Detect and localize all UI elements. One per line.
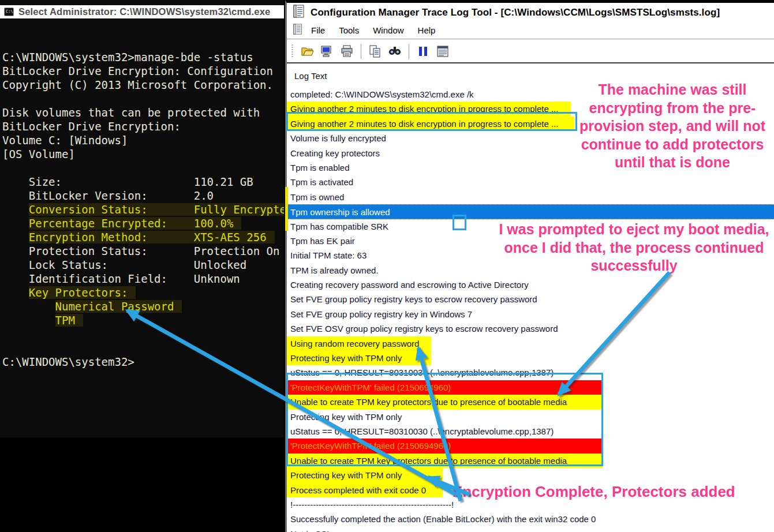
cmd-line (2, 161, 284, 175)
cmd-line: BitLocker Drive Encryption: Configuratio… (2, 64, 284, 78)
cmd-window: C:\ Select Administrator: C:\WINDOWS\sys… (0, 0, 284, 437)
log-row[interactable]: Tpm is owned (287, 190, 774, 204)
cmd-line: Conversion Status: Fully Encrypted (2, 203, 284, 216)
cmd-line: Percentage Encrypted: 100.0% (2, 216, 284, 230)
cmd-line: TPM (2, 313, 284, 327)
cmd-icon: C:\ (4, 8, 14, 16)
cmd-line: Lock Status: Unlocked (2, 258, 284, 272)
log-row[interactable]: Protecting key with TPM only (287, 468, 774, 482)
cmtrace-window-title: Configuration Manager Trace Log Tool - [… (311, 7, 720, 18)
cmtrace-titlebar[interactable]: Configuration Manager Trace Log Tool - [… (287, 3, 774, 22)
pause-icon[interactable] (416, 44, 430, 58)
cmd-line: Numerical Password (2, 299, 284, 313)
menu-file[interactable]: File (311, 25, 325, 35)
document-icon (293, 24, 303, 38)
menu-tools[interactable]: Tools (339, 25, 359, 35)
cmd-line: C:\WINDOWS\system32> (2, 355, 284, 369)
log-row[interactable]: uStatus == 0, HRESULT=80310030 (..\encry… (287, 424, 774, 439)
log-row[interactable]: Set FVE OSV group policy registry keys t… (287, 321, 774, 336)
note-eject-media: I was prompted to eject my boot media, o… (494, 220, 774, 275)
find-icon[interactable] (388, 44, 402, 58)
cmd-line: Key Protectors: (2, 286, 284, 299)
cmd-line (2, 36, 284, 50)
toolbar-separator (409, 44, 409, 59)
cmd-line: Protection Status: Protection On (2, 244, 284, 258)
log-layout-icon[interactable] (436, 44, 450, 58)
copy-icon[interactable] (368, 44, 382, 58)
log-row[interactable]: Tpm is activated (287, 175, 774, 189)
cmd-line: Encryption Method: XTS-AES 256 (2, 230, 284, 244)
cmd-line (2, 327, 284, 341)
cmd-line (2, 92, 284, 106)
cmd-line: C:\WINDOWS\system32>manage-bde -status (2, 50, 284, 64)
log-row[interactable]: Set FVE group policy registry keys to es… (287, 292, 774, 306)
cmd-line: Disk volumes that can be protected with (2, 106, 284, 119)
open-file-icon[interactable] (301, 44, 315, 58)
log-row[interactable]: Creating recovery password and escrowing… (287, 278, 774, 292)
toolbar-drag-handle[interactable] (291, 44, 293, 58)
cmd-terminal-output[interactable]: C:\WINDOWS\system32>manage-bde -statusBi… (0, 18, 284, 437)
log-row[interactable]: 'ProtectKeyWithTPM' failed (2150694960) (287, 439, 774, 453)
log-row[interactable]: Successfully completed the action (Enabl… (287, 512, 774, 526)
cmd-line: Copyright (C) 2013 Microsoft Corporation… (2, 78, 284, 92)
log-row[interactable]: Unable to create TPM key protectors due … (287, 395, 774, 409)
note-encryption-complete: Encryption Complete, Protectors added (453, 484, 774, 500)
cmd-line: BitLocker Version: 2.0 (2, 189, 284, 203)
cmd-line: Volume C: [Windows] (2, 133, 284, 147)
cmd-line: Identification Field: Unknown (2, 272, 284, 286)
log-row[interactable]: Tpm ownership is allowed (287, 204, 774, 219)
cmtrace-menubar: FileToolsWindowHelp (287, 22, 774, 39)
log-row[interactable]: Unable to create TPM key protectors due … (287, 454, 774, 468)
log-row[interactable]: uStatus == 0, HRESULT=80310030 (..\encry… (287, 365, 774, 380)
cmd-titlebar[interactable]: C:\ Select Administrator: C:\WINDOWS\sys… (0, 5, 284, 18)
menu-window[interactable]: Window (373, 25, 403, 35)
cmtrace-app-icon (293, 5, 305, 21)
log-row[interactable]: Protecting key with TPM only (287, 351, 774, 365)
cmd-line: Size: 110.21 GB (2, 175, 284, 189)
menu-help[interactable]: Help (418, 25, 436, 35)
cmd-window-title: Select Administrator: C:\WINDOWS\system3… (18, 6, 270, 17)
cmd-line: BitLocker Drive Encryption: (2, 119, 284, 133)
cmd-line (2, 341, 284, 355)
log-row[interactable]: 'ProtectKeyWithTPM' failed (2150694960) (287, 380, 774, 395)
log-row[interactable]: Not in SSL (287, 527, 774, 532)
cmd-line: [OS Volume] (2, 147, 284, 161)
view-host-icon[interactable] (320, 44, 334, 58)
log-row[interactable]: Protecting key with TPM only (287, 410, 774, 424)
screenshot-root: C:\ Select Administrator: C:\WINDOWS\sys… (0, 0, 774, 532)
log-row[interactable]: Using random recovery password (287, 336, 774, 351)
print-icon[interactable] (340, 44, 354, 58)
log-row[interactable]: Set FVE group policy registry key in Win… (287, 307, 774, 321)
cmtrace-toolbar (287, 40, 774, 63)
toolbar-separator (361, 44, 361, 59)
note-still-encrypting: The machine was still encrypting from th… (573, 81, 772, 172)
